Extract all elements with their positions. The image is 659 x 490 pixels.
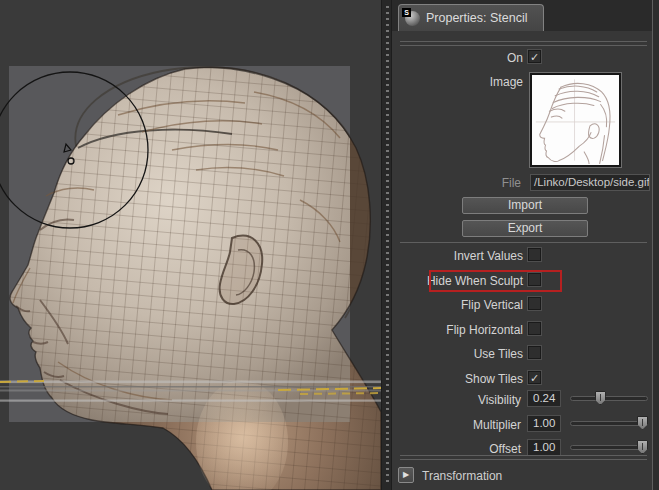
option-rows: Invert Values Hide When Sculpt Flip Vert… bbox=[392, 244, 659, 392]
tab-title: Properties: Stencil bbox=[426, 11, 527, 25]
collapse-arrow-icon[interactable]: ▶ bbox=[398, 467, 414, 483]
slider-row-visibility: Visibility 0.24 bbox=[392, 388, 659, 413]
stencil-sphere-icon: S bbox=[405, 11, 420, 26]
option-label: Flip Vertical bbox=[461, 298, 523, 312]
face-sketch-image bbox=[532, 75, 619, 165]
multiplier-value-field[interactable]: 1.00 bbox=[527, 415, 561, 432]
sculpt-viewport[interactable] bbox=[0, 0, 381, 490]
tab-properties-stencil[interactable]: S Properties: Stencil bbox=[398, 4, 544, 31]
visibility-value-field[interactable]: 0.24 bbox=[527, 390, 561, 407]
option-row-hide-when-sculpt: Hide When Sculpt bbox=[392, 269, 659, 294]
option-label: Invert Values bbox=[454, 249, 523, 263]
hide-when-sculpt-checkbox[interactable] bbox=[528, 273, 541, 286]
multiplier-slider-thumb[interactable] bbox=[637, 416, 648, 430]
show-tiles-checkbox[interactable]: ✓ bbox=[528, 371, 541, 384]
file-label: File bbox=[502, 176, 521, 190]
on-checkbox[interactable]: ✓ bbox=[528, 50, 541, 63]
option-label: Use Tiles bbox=[474, 347, 523, 361]
use-tiles-checkbox[interactable] bbox=[528, 346, 541, 359]
option-row-flip-vertical: Flip Vertical bbox=[392, 293, 659, 318]
separator-top bbox=[400, 41, 647, 46]
option-row-use-tiles: Use Tiles bbox=[392, 342, 659, 367]
slider-row-multiplier: Multiplier 1.00 bbox=[392, 413, 659, 438]
slider-label: Visibility bbox=[478, 393, 521, 407]
option-label: Show Tiles bbox=[465, 372, 523, 386]
option-row-invert-values: Invert Values bbox=[392, 244, 659, 269]
visibility-slider-thumb[interactable] bbox=[595, 391, 606, 405]
on-label: On bbox=[507, 51, 523, 65]
option-label: Flip Horizontal bbox=[446, 323, 523, 337]
flip-vertical-checkbox[interactable] bbox=[528, 297, 541, 310]
image-label: Image bbox=[490, 75, 523, 89]
flip-horizontal-checkbox[interactable] bbox=[528, 322, 541, 335]
visibility-slider-track[interactable] bbox=[570, 396, 648, 401]
option-label: Hide When Sculpt bbox=[427, 274, 523, 288]
import-button[interactable]: Import bbox=[462, 197, 588, 214]
stencil-badge: S bbox=[402, 8, 411, 17]
separator-mid bbox=[400, 242, 647, 243]
transformation-label: Transformation bbox=[422, 469, 502, 483]
panel-resize-handle[interactable] bbox=[381, 0, 392, 490]
separator-bottom bbox=[400, 455, 647, 460]
panel-right-gutter bbox=[652, 0, 659, 490]
slider-rows: Visibility 0.24 Multiplier 1.00 Offset 1… bbox=[392, 388, 659, 462]
application-window: S Properties: Stencil On ✓ Image bbox=[0, 0, 659, 490]
offset-slider-track[interactable] bbox=[570, 445, 648, 450]
export-button[interactable]: Export bbox=[462, 220, 588, 237]
file-path-field[interactable]: /Linko/Desktop/side.gif bbox=[530, 174, 650, 191]
offset-value-field[interactable]: 1.00 bbox=[527, 439, 561, 456]
multiplier-slider-track[interactable] bbox=[570, 421, 648, 426]
stencil-image-thumbnail[interactable] bbox=[530, 73, 621, 167]
transformation-section-header: ▶ Transformation bbox=[392, 467, 659, 487]
properties-panel: S Properties: Stencil On ✓ Image bbox=[392, 0, 659, 490]
panel-tab-bar: S Properties: Stencil bbox=[392, 0, 659, 31]
option-row-flip-horizontal: Flip Horizontal bbox=[392, 318, 659, 343]
invert-values-checkbox[interactable] bbox=[528, 248, 541, 261]
offset-slider-thumb[interactable] bbox=[637, 440, 648, 454]
slider-label: Multiplier bbox=[473, 418, 521, 432]
